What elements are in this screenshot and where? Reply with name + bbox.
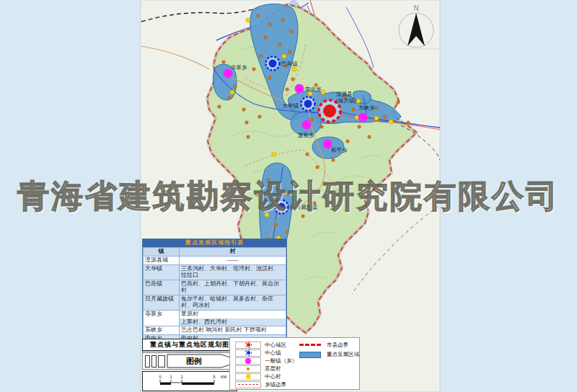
village-line: 兔尔干村、哈城村、莫多吉村、杂庄村、药水村 — [180, 295, 286, 310]
scale-tick: 0 — [159, 375, 161, 379]
town-label: 波航乡 — [297, 132, 314, 138]
scale-tick: 1 — [169, 375, 172, 379]
center-village-dot — [356, 99, 361, 103]
table-row: 东峡乡兰占巴村 响河村 新民村 下脖项村 — [144, 326, 286, 335]
county-boundary-symbol — [297, 342, 323, 349]
banner-bar — [145, 355, 150, 368]
center-city-symbol — [235, 342, 261, 349]
center-village-dot — [230, 90, 234, 94]
villages-cell: 三条沟村、大华村、塔湾村、池汉村、拉拉口 — [180, 264, 286, 280]
table-row: 日月藏族镇兔尔干村、哈城村、莫多吉村、杂庄村、药水村 — [144, 295, 286, 310]
town-cell: 湟源县城 — [144, 256, 180, 264]
legend-item: 中心镇 — [235, 349, 297, 357]
legend-label: 中心村 — [265, 373, 281, 380]
table-title: 重点发展区域指引表 — [143, 239, 286, 247]
town-symbol — [358, 113, 368, 122]
legend-label: 中心城区 — [265, 342, 286, 349]
center-town-core — [304, 100, 312, 108]
villages-cell: 兔尔干村、哈城村、莫多吉村、杂庄村、药水村 — [180, 295, 286, 310]
base-village-dot — [291, 78, 294, 81]
legend-item: 重点发展区域 — [297, 352, 359, 359]
base-village-dot — [306, 153, 309, 156]
center-village-symbol — [235, 373, 261, 380]
legend-label: 基层村 — [265, 365, 281, 373]
center-village-dot — [321, 90, 325, 94]
legend-banner-box: 图例 — [142, 352, 237, 370]
township-boundary-symbol — [235, 381, 261, 388]
center-village-dot — [282, 54, 286, 58]
center-village-dot — [389, 120, 393, 124]
base-village-dot — [301, 215, 304, 218]
legend-item: 中心城区 — [235, 342, 297, 349]
base-village-dot — [375, 107, 378, 110]
base-village-dot — [316, 166, 319, 169]
map-title-box: 重点镇与重点地区规划图 — [142, 339, 237, 351]
base-village-dot — [278, 43, 281, 46]
base-village-dot — [260, 55, 263, 58]
map-title: 重点镇与重点地区规划图 — [150, 340, 229, 349]
legend-item: 市县边界 — [297, 342, 359, 349]
base-village-dot — [234, 85, 237, 88]
col-header-village: 村 — [180, 247, 286, 256]
legend-pennant: 图例 — [167, 353, 234, 369]
center-village-dot — [374, 116, 379, 120]
town-label: 日月藏族镇 — [290, 204, 317, 210]
base-village-dot — [358, 125, 361, 128]
legend-label: 中心镇 — [265, 349, 281, 357]
base-village-dot — [218, 105, 221, 108]
table-row: 寺寨乡草原村上寨村、西扎湾村 — [144, 310, 286, 326]
base-village-dot — [247, 135, 250, 138]
base-village-dot — [281, 19, 284, 22]
base-village-dot — [290, 30, 293, 33]
town-cell: 东峡乡 — [144, 326, 180, 335]
town-label: 和平乡 — [331, 147, 348, 153]
center-village-dot — [272, 152, 276, 156]
village-line: 三条沟村、大华村、塔湾村、池汉村、拉拉口 — [180, 265, 286, 280]
base-village-dot — [288, 50, 291, 53]
base-village-dot — [407, 121, 410, 124]
base-village-dot — [332, 159, 335, 161]
table-row: 大华镇三条沟村、大华村、塔湾村、池汉村、拉拉口 — [144, 264, 286, 280]
base-village-dot — [346, 140, 349, 143]
table-row: 湟源县城—— — [144, 256, 286, 264]
legend-item: 基层村 — [235, 365, 297, 373]
legend-label: 一般镇（乡） — [265, 357, 297, 365]
base-village-dot — [257, 14, 260, 17]
town-cell: 寺寨乡 — [144, 310, 180, 326]
town-label: 巴燕镇 — [281, 61, 298, 67]
town-label: 申中乡 — [305, 86, 322, 92]
town-label: 寺寨乡 — [231, 64, 247, 71]
town-symbol — [302, 120, 312, 130]
legend-item: 一般镇（乡） — [235, 357, 297, 365]
village-line: 巴燕村、上胡丹村、下胡丹村、莫合尔村 — [180, 280, 286, 295]
town-cell: 巴燕镇 — [144, 280, 180, 295]
table-row: 巴燕镇巴燕村、上胡丹村、下胡丹村、莫合尔村 — [144, 280, 286, 295]
base-village-dot — [264, 36, 267, 39]
town-symbol — [295, 84, 304, 94]
base-village-dot — [286, 88, 288, 91]
town-label: 大华镇 — [283, 102, 299, 109]
center-town-core — [269, 60, 277, 68]
planning-map: 湟源县(城关镇)巴燕镇大华镇日月藏族镇寺寨乡申中乡东峡乡波航乡和平乡 N — [0, 0, 577, 392]
town-label: (城关镇) — [336, 97, 356, 104]
base-village-dot — [286, 192, 288, 195]
base-village-dot — [286, 231, 288, 233]
village-line: 兰占巴村 响河村 新民村 下脖项村 — [180, 326, 286, 334]
legend-label: 乡镇边界 — [265, 381, 286, 388]
legend-item: 乡镇边界 — [235, 381, 297, 388]
base-village-dot — [268, 23, 271, 26]
base-village-dot — [252, 68, 255, 71]
planning-map-page: 湟源县(城关镇)巴燕镇大华镇日月藏族镇寺寨乡申中乡东峡乡波航乡和平乡 N 青海省… — [0, 0, 577, 392]
scale-box: 0125KM — [142, 371, 237, 391]
legend-panel: 中心城区中心镇一般镇（乡）基层村中心村乡镇边界 市县边界重点发展区域 — [229, 337, 360, 390]
scale-bar: 0125KM — [143, 372, 237, 391]
base-village-dot — [245, 121, 248, 124]
center-town-core — [278, 203, 286, 211]
base-village-dot — [228, 97, 231, 99]
villages-cell: 草原村上寨村、西扎湾村 — [180, 310, 286, 326]
dev-area-symbol — [297, 351, 323, 358]
base-village-dot — [397, 101, 400, 104]
center-village-dot — [246, 18, 250, 22]
base-village-dot — [255, 193, 258, 196]
center-village-dot — [265, 213, 269, 217]
